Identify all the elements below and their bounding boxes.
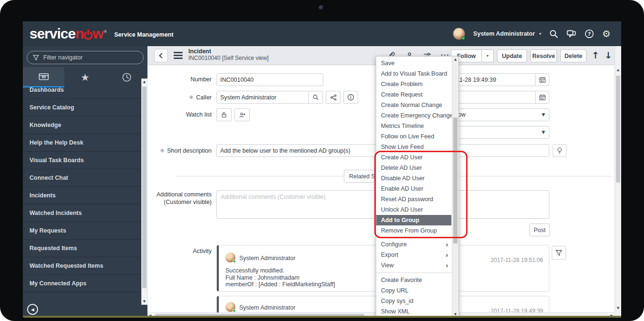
sidebar-item-my-connected-apps[interactable]: My Connected Apps xyxy=(23,275,141,292)
menu-item-view[interactable]: View› xyxy=(376,260,451,271)
menu-item-show-live-feed[interactable]: Show Live Feed xyxy=(376,142,451,152)
number-input[interactable] xyxy=(216,73,323,86)
caller-lookup-button[interactable] xyxy=(308,91,323,104)
activity-user: System Administrator xyxy=(239,255,295,262)
sidebar-item-help-the-help-desk[interactable]: Help the Help Desk xyxy=(23,134,141,152)
sidebar-item-watched-incidents[interactable]: Watched Incidents xyxy=(23,204,141,222)
menu-item-unlock-ad-user[interactable]: Unlock AD User xyxy=(376,204,451,215)
watch-list-add-person-button[interactable] xyxy=(234,108,250,121)
window-bottom-edge xyxy=(23,316,621,318)
follow-caret-icon[interactable]: ▾ xyxy=(481,50,493,62)
activity-timestamp: 2017-11-28 19:51:06 xyxy=(490,257,543,263)
scroll-up-icon[interactable]: ▲ xyxy=(452,58,459,61)
menu-item-show-xml[interactable]: Show XML xyxy=(376,306,451,317)
select1-value: ow xyxy=(458,111,466,118)
post-button[interactable]: Post xyxy=(529,224,550,236)
scroll-up-icon[interactable]: ▲ xyxy=(142,80,147,84)
main-vertical-scrollbar[interactable]: ▲ ▼ xyxy=(615,46,621,318)
menu-item-create-emergency-change[interactable]: Create Emergency Change xyxy=(376,110,451,121)
menu-item-configure[interactable]: Configure› xyxy=(376,239,451,250)
caller-info-button[interactable] xyxy=(343,91,358,104)
update-button[interactable]: Update xyxy=(497,49,527,62)
previous-record-icon[interactable]: ↑ xyxy=(592,50,599,60)
servicenow-window: servicen w ® Service Management System A… xyxy=(23,21,621,318)
menu-item-create-ad-user[interactable]: Create AD User xyxy=(376,152,451,163)
funnel-icon xyxy=(556,250,562,256)
sidebar-item-visual-task-boards[interactable]: Visual Task Boards xyxy=(23,152,141,169)
sidebar-item-knowledge[interactable]: Knowledge xyxy=(23,117,141,134)
sidebar-item-my-requests[interactable]: My Requests xyxy=(23,222,141,240)
menu-item-metrics-timeline[interactable]: Metrics Timeline xyxy=(376,121,451,131)
menu-scrollbar[interactable]: ▲ ▼ xyxy=(452,57,459,317)
sidebar-item-requested-items[interactable]: Requested Items xyxy=(23,240,141,257)
menu-item-copy-url[interactable]: Copy URL xyxy=(376,285,451,296)
short-description-label: Short description xyxy=(147,144,212,157)
menu-item-enable-ad-user[interactable]: Enable AD User xyxy=(376,184,451,194)
sidebar-scrollbar[interactable]: ▲ ▼ xyxy=(141,78,147,305)
scrollbar-thumb[interactable] xyxy=(616,76,620,183)
calendar-icon xyxy=(539,94,546,101)
datetime2-calendar-button[interactable] xyxy=(535,91,549,104)
opened-calendar-button[interactable] xyxy=(535,73,549,86)
sidebar-item-watched-requested-items[interactable]: Watched Requested Items xyxy=(23,257,141,275)
connect-chat-icon[interactable] xyxy=(566,29,576,39)
tab-favorites[interactable]: ★ xyxy=(64,67,106,88)
menu-item-disable-ad-user[interactable]: Disable AD User xyxy=(376,173,451,184)
scroll-down-icon[interactable]: ▼ xyxy=(142,300,147,303)
help-icon[interactable]: ? xyxy=(585,29,594,39)
status-dot xyxy=(233,260,236,263)
device-frame: servicen w ® Service Management System A… xyxy=(0,0,644,321)
menu-item-save[interactable]: Save xyxy=(376,58,451,68)
sidebar-item-incidents[interactable]: Incidents xyxy=(23,187,141,204)
sidebar-item-dashboards[interactable]: Dashboards xyxy=(23,88,141,99)
menu-item-reset-ad-password[interactable]: Reset AD password xyxy=(376,194,451,204)
menu-item-copy-sys-id[interactable]: Copy sys_id xyxy=(376,296,451,306)
global-search-icon[interactable] xyxy=(549,29,558,39)
scroll-down-icon[interactable]: ▼ xyxy=(615,306,621,310)
watch-list-lock-button[interactable] xyxy=(216,108,232,121)
menu-item-add-to-visual-task-board[interactable]: Add to Visual Task Board xyxy=(376,68,451,79)
back-button[interactable] xyxy=(154,49,168,62)
tab-all-applications[interactable] xyxy=(23,67,64,88)
record-type: Incident xyxy=(188,48,269,55)
menu-item-follow-on-live-feed[interactable]: Follow on Live Feed xyxy=(376,131,451,142)
menu-item-create-normal-change[interactable]: Create Normal Change xyxy=(376,100,451,110)
menu-item-create-request[interactable]: Create Request xyxy=(376,89,451,100)
menu-item-export[interactable]: Export› xyxy=(376,250,451,260)
activity-filter-button[interactable] xyxy=(552,246,566,260)
menu-item-create-favorite[interactable]: Create Favorite xyxy=(376,275,451,285)
filter-navigator-input[interactable]: Filter navigator xyxy=(27,51,144,64)
menu-item-delete-ad-user[interactable]: Delete AD User xyxy=(376,163,451,173)
menu-item-add-to-group[interactable]: Add to Group xyxy=(376,215,451,225)
menu-item-create-problem[interactable]: Create Problem xyxy=(376,79,451,89)
form-context-menu-button[interactable] xyxy=(174,52,183,60)
sidebar-item-connect-chat[interactable]: Connect Chat xyxy=(23,169,141,187)
activity-label: Activity xyxy=(147,248,212,254)
knowledge-search-button[interactable] xyxy=(553,144,566,157)
all-apps-icon xyxy=(38,71,49,82)
scroll-up-icon[interactable]: ▲ xyxy=(615,68,621,72)
scrollbar-thumb[interactable] xyxy=(453,117,458,243)
filter-placeholder: Filter navigator xyxy=(43,54,83,61)
product-title: Service Management xyxy=(114,30,173,38)
activity-body: Successfully modified. Full Name : Johns… xyxy=(225,267,335,288)
settings-gear-icon[interactable]: ⚙ xyxy=(602,28,611,39)
sidebar-item-service-catalog[interactable]: Service Catalog xyxy=(23,99,141,117)
user-avatar[interactable] xyxy=(453,28,465,40)
scrollbar-thumb[interactable] xyxy=(142,87,146,288)
user-menu-caret-icon[interactable]: ▾ xyxy=(539,31,542,36)
resolve-button[interactable]: Resolve xyxy=(530,49,557,62)
next-record-icon[interactable]: ↓ xyxy=(605,50,612,60)
device-camera xyxy=(319,5,323,10)
select-caret-icon: ▼ xyxy=(542,109,545,121)
user-menu[interactable]: System Administrator xyxy=(473,30,535,37)
caller-input[interactable] xyxy=(216,91,309,104)
menu-item-remove-from-group[interactable]: Remove From Group xyxy=(376,225,451,236)
navigator-tabs: ★ xyxy=(23,67,147,88)
caller-share-button[interactable] xyxy=(326,91,341,104)
collapse-navigator-button[interactable]: ◀ xyxy=(27,304,38,315)
delete-button[interactable]: Delete xyxy=(560,49,586,62)
activity-line: Successfully modified. xyxy=(225,267,335,274)
servicenow-logo[interactable]: servicen w ® xyxy=(29,27,107,41)
record-number-view: INC0010040 [Self Service view] xyxy=(188,55,269,61)
